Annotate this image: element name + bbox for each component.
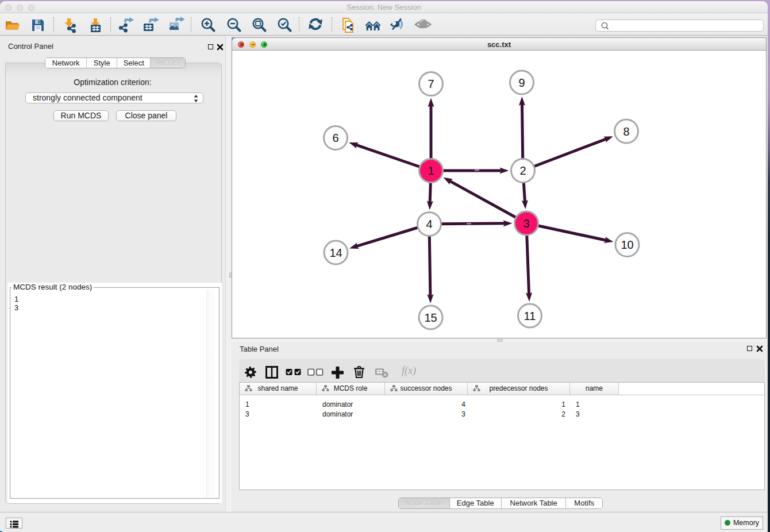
svg-text:7: 7	[428, 78, 434, 90]
svg-text:8: 8	[623, 125, 629, 138]
svg-text:3: 3	[523, 217, 529, 230]
svg-text:4: 4	[426, 218, 432, 230]
svg-text:11: 11	[524, 310, 536, 322]
svg-text:15: 15	[424, 311, 437, 324]
svg-text:10: 10	[621, 238, 633, 251]
svg-text:14: 14	[329, 246, 342, 259]
svg-text:6: 6	[332, 132, 338, 144]
svg-text:9: 9	[518, 76, 525, 89]
svg-text:1: 1	[428, 164, 434, 177]
svg-text:2: 2	[519, 164, 526, 177]
